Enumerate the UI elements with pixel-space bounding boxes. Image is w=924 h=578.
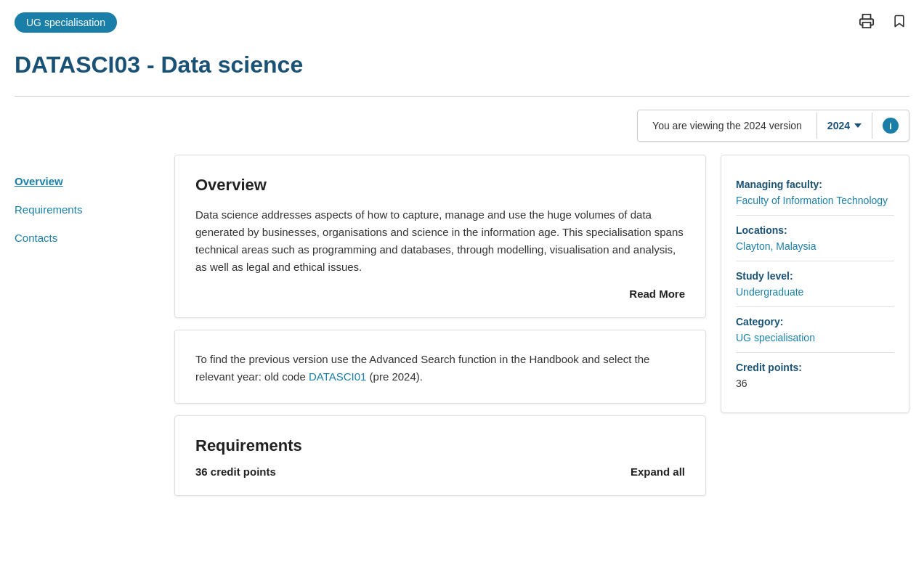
credit-points-item: Credit points: 36 — [736, 353, 894, 398]
locations-label: Locations: — [736, 224, 894, 236]
print-button[interactable] — [856, 10, 878, 34]
sidebar-nav: Overview Requirements Contacts — [15, 155, 174, 496]
read-more-link[interactable]: Read More — [629, 288, 685, 300]
title-section: DATASCI03 - Data science — [0, 44, 924, 96]
svg-rect-0 — [863, 23, 871, 28]
info-icon: i — [883, 118, 899, 134]
overview-title: Overview — [195, 176, 685, 195]
category-item: Category: UG specialisation — [736, 307, 894, 353]
managing-faculty-link[interactable]: Faculty of Information Technology — [736, 195, 888, 206]
study-level-label: Study level: — [736, 270, 894, 282]
version-bar: You are viewing the 2024 version 2024 i — [0, 97, 924, 155]
expand-all-button[interactable]: Expand all — [631, 465, 685, 478]
top-action-icons — [856, 10, 909, 34]
requirements-meta: 36 credit points Expand all — [195, 465, 685, 478]
bookmark-icon — [892, 13, 907, 29]
locations-item: Locations: Clayton, Malaysia — [736, 216, 894, 261]
credit-points-label: 36 credit points — [195, 465, 276, 478]
info-card-suffix: (pre 2024). — [366, 370, 423, 383]
requirements-card: Requirements 36 credit points Expand all — [174, 415, 706, 496]
previous-version-card: To find the previous version use the Adv… — [174, 330, 706, 404]
credit-points-meta-label: Credit points: — [736, 362, 894, 373]
managing-faculty-value: Faculty of Information Technology — [736, 195, 894, 206]
managing-faculty-label: Managing faculty: — [736, 179, 894, 190]
version-selector: You are viewing the 2024 version 2024 i — [637, 110, 909, 142]
content-area: Overview Data science addresses aspects … — [174, 155, 706, 496]
bookmark-button[interactable] — [889, 10, 909, 34]
study-level-value: Undergraduate — [736, 286, 894, 298]
category-value: UG specialisation — [736, 332, 894, 343]
managing-faculty-item: Managing faculty: Faculty of Information… — [736, 170, 894, 216]
top-bar: UG specialisation — [0, 0, 924, 44]
overview-body: Data science addresses aspects of how to… — [195, 206, 685, 276]
study-level-item: Study level: Undergraduate — [736, 261, 894, 307]
overview-card: Overview Data science addresses aspects … — [174, 155, 706, 318]
locations-value: Clayton, Malaysia — [736, 240, 894, 252]
sidebar-item-contacts[interactable]: Contacts — [15, 232, 160, 244]
requirements-title: Requirements — [195, 436, 685, 455]
right-sidebar: Managing faculty: Faculty of Information… — [721, 155, 909, 496]
meta-card: Managing faculty: Faculty of Information… — [721, 155, 909, 413]
sidebar-item-overview[interactable]: Overview — [15, 175, 160, 187]
category-label: Category: — [736, 316, 894, 327]
sidebar-item-requirements[interactable]: Requirements — [15, 203, 160, 216]
ug-specialisation-badge: UG specialisation — [15, 12, 117, 33]
version-info-button[interactable]: i — [872, 110, 909, 141]
main-layout: Overview Requirements Contacts Overview … — [0, 155, 924, 510]
version-dropdown[interactable]: 2024 — [817, 113, 872, 139]
chevron-down-icon — [854, 123, 862, 128]
version-text: You are viewing the 2024 version — [638, 113, 817, 139]
page-title: DATASCI03 - Data science — [15, 52, 909, 78]
version-year: 2024 — [827, 120, 850, 131]
credit-points-meta-value: 36 — [736, 378, 894, 389]
print-icon — [859, 13, 875, 29]
datasci01-link[interactable]: DATASCI01 — [309, 370, 366, 383]
read-more-container: Read More — [195, 288, 685, 300]
